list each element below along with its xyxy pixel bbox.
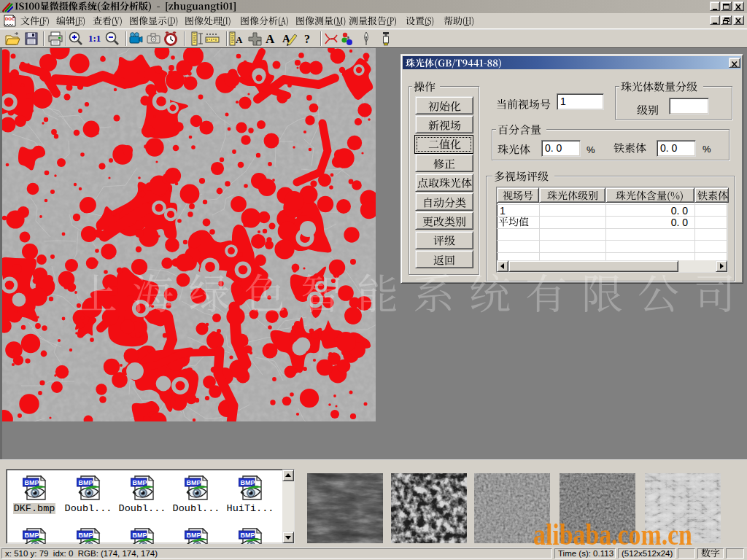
svg-text:a: a <box>347 35 349 40</box>
svg-text:?: ? <box>304 33 310 45</box>
svg-text:A: A <box>236 34 243 45</box>
svg-text:DOC: DOC <box>5 17 15 21</box>
svg-text:1:1: 1:1 <box>88 33 101 44</box>
svg-text:A: A <box>266 32 275 46</box>
